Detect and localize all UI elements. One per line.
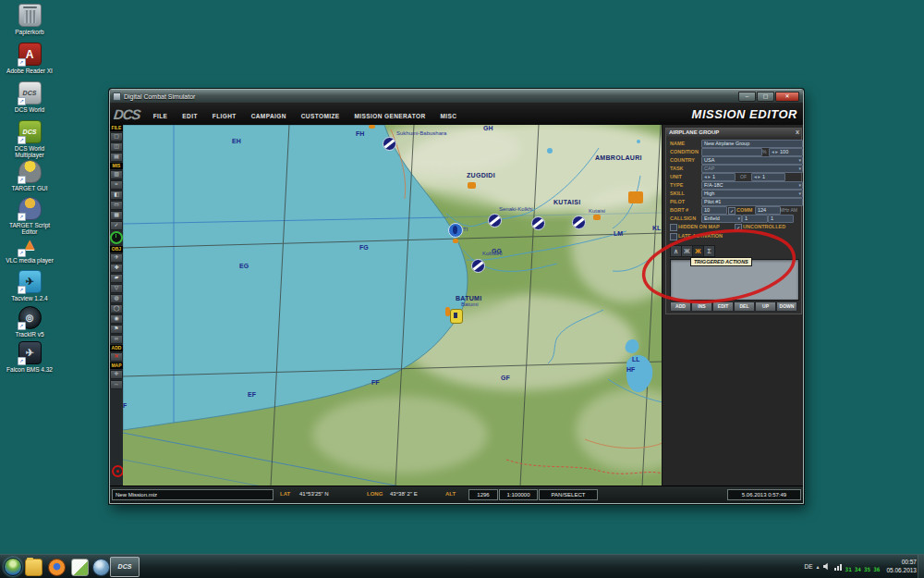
unit-count-spinner[interactable]: ◂ ▸1 — [701, 173, 736, 181]
port-icon[interactable] — [448, 223, 463, 238]
vehicle-icon[interactable]: ▰ — [110, 274, 123, 283]
network-icon[interactable] — [834, 563, 842, 571]
airport-icon[interactable] — [383, 137, 396, 151]
open-mission-icon[interactable]: ◫ — [110, 142, 123, 152]
maximize-button[interactable]: ▢ — [757, 92, 774, 102]
task-select[interactable]: CAP▾ — [701, 165, 803, 173]
desktop-icon-trackir[interactable]: ◎↗TrackIR v5 — [2, 306, 57, 338]
country-select[interactable]: USA▾ — [701, 156, 803, 165]
airport-icon[interactable] — [531, 216, 545, 230]
callsign-num1-input[interactable]: 1 — [742, 215, 768, 223]
airplane-icon[interactable]: ✈ — [110, 253, 123, 263]
menu-campaign[interactable]: CAMPAIGN — [251, 113, 286, 119]
menu-customize[interactable]: CUSTOMIZE — [301, 113, 340, 119]
menu-flight[interactable]: FLIGHT — [213, 113, 237, 119]
ins-button[interactable]: INS — [691, 301, 712, 312]
editor-icon[interactable] — [71, 559, 89, 576]
desktop-icon-vlc[interactable]: ▲↗VLC media player — [2, 234, 57, 264]
ruler-icon[interactable]: ↔ — [110, 380, 123, 389]
desktop-icon-label: TrackIR v5 — [2, 331, 57, 338]
desktop-icon-trash[interactable]: Papierkorb — [2, 4, 57, 35]
volume-icon[interactable] — [823, 563, 831, 571]
tray-overflow-icon[interactable]: ▴ — [817, 563, 820, 570]
flag-icon[interactable]: ⚑ — [110, 325, 123, 334]
options-icon[interactable]: ◧ — [110, 191, 123, 200]
panel-close-icon[interactable]: X — [796, 129, 799, 137]
up-button[interactable]: UP — [755, 301, 776, 312]
desktop-icon-adobe[interactable]: A↗Adobe Reader XI — [2, 43, 57, 74]
add-button[interactable]: ADD — [670, 301, 691, 312]
clock[interactable]: 00:5705.06.2013 — [886, 559, 917, 573]
unit-of-spinner[interactable]: ◂ ▸1 — [751, 173, 785, 181]
desktop-icon-target2[interactable]: ↗TARGET Script Editor — [2, 197, 57, 235]
check-mission-icon[interactable]: ✓ — [110, 221, 123, 230]
desktop-icon-falcon[interactable]: ✈↗Falcon BMS 4.32 — [2, 341, 57, 373]
field-label: CONDITION — [670, 149, 699, 154]
delete-icon[interactable]: ✕ — [110, 352, 123, 362]
airport-icon[interactable] — [471, 259, 485, 273]
browser-icon[interactable] — [92, 559, 110, 576]
uncontrolled-checkbox[interactable]: ✓ — [735, 224, 742, 231]
desktop-icon-tacview[interactable]: ✈↗Tacview 1.2.4 — [2, 270, 57, 301]
desktop-icon-target[interactable]: ↗TARGET GUI — [2, 160, 57, 191]
close-button[interactable]: ✕ — [775, 92, 799, 102]
window-titlebar[interactable]: Digital Combat Simulator – ▢ ✕ — [110, 90, 803, 103]
toolbar-section-mis: MIS — [110, 163, 123, 169]
minimize-button[interactable]: – — [738, 92, 756, 102]
language-indicator[interactable]: DE — [804, 563, 812, 570]
dcs-taskbar-button[interactable]: DCS — [110, 557, 140, 577]
show-desktop-button[interactable] — [918, 555, 924, 578]
failures-icon[interactable]: ▭ — [110, 201, 123, 210]
menu-file[interactable]: FILE — [153, 113, 168, 119]
summary-tab[interactable]: Σ — [703, 245, 715, 257]
skill-select[interactable]: High▾ — [701, 190, 803, 198]
desktop-icon-dcs-green[interactable]: DCS↗DCS World Multiplayer — [2, 120, 57, 158]
comm-checkbox[interactable]: ✓ — [728, 207, 736, 215]
airport-icon[interactable] — [572, 215, 586, 229]
uncontrolled-label: UNCONTROLLED — [743, 224, 785, 229]
chain-icon[interactable]: ∞ — [110, 335, 123, 344]
save-mission-icon[interactable]: ▤ — [110, 153, 123, 162]
static-object-icon[interactable]: ◍ — [110, 294, 123, 303]
condition-input[interactable] — [701, 148, 762, 156]
callsign-num2-input[interactable]: 1 — [768, 215, 794, 223]
condition-spinner[interactable]: ◂ ▸100 — [769, 148, 803, 156]
type-select[interactable]: F/A-18C▾ — [701, 181, 803, 190]
edit-button[interactable]: EDIT — [712, 301, 734, 312]
shortcut-arrow-icon: ↗ — [18, 97, 26, 105]
frequency-input[interactable]: 124 — [755, 206, 781, 215]
new-mission-icon[interactable]: ▢ — [110, 132, 123, 141]
airfield-label: Sukhumi-Babushara — [396, 130, 446, 136]
pan-icon[interactable]: ✛ — [110, 370, 123, 379]
briefing-icon[interactable]: ▥ — [110, 170, 123, 179]
zone-icon[interactable]: ◯ — [110, 304, 123, 314]
callsign-select[interactable]: Enfield▾ — [701, 215, 742, 223]
late-activation-checkbox[interactable] — [670, 233, 677, 240]
menu-mission-generator[interactable]: MISSION GENERATOR — [355, 113, 426, 119]
temp-value: 36 — [873, 566, 880, 572]
pilot-input[interactable]: Pilot #1 — [701, 198, 803, 206]
firefox-icon[interactable] — [48, 559, 66, 576]
menu-edit[interactable]: EDIT — [182, 113, 197, 119]
summary-icon[interactable]: ▦ — [110, 211, 123, 220]
airport-icon[interactable] — [488, 214, 502, 228]
explorer-icon[interactable] — [25, 559, 43, 576]
panel-row: HIDDEN ON MAP✓UNCONTROLLED — [666, 223, 801, 231]
start-button[interactable] — [4, 558, 22, 576]
desktop-icon-dcs-silver[interactable]: DCS↗DCS World — [2, 81, 57, 113]
toolbar-section-file: FILE — [110, 125, 123, 131]
ship-icon[interactable]: ▽ — [110, 284, 123, 293]
del-button[interactable]: DEL — [734, 301, 755, 312]
hidden-on-map-checkbox[interactable] — [670, 224, 677, 231]
helicopter-icon[interactable]: ✚ — [110, 264, 123, 273]
menu-misc[interactable]: MISC — [441, 113, 457, 119]
desktop-icon-label: VLC media player — [2, 257, 57, 264]
map-canvas[interactable]: EHFHGHEGFGGGLMKLEFFFGFLLHFFZUGDIDIAMBROL… — [123, 125, 663, 486]
bort-input[interactable]: 10 — [701, 206, 727, 215]
mission-time-icon[interactable] — [110, 231, 123, 244]
down-button[interactable]: DOWN — [776, 301, 797, 312]
heliport-icon[interactable] — [450, 309, 463, 324]
weather-icon[interactable]: ≈ — [110, 180, 123, 190]
name-input[interactable]: New Airplane Group — [701, 140, 803, 148]
template-icon[interactable]: ◉ — [110, 314, 123, 324]
